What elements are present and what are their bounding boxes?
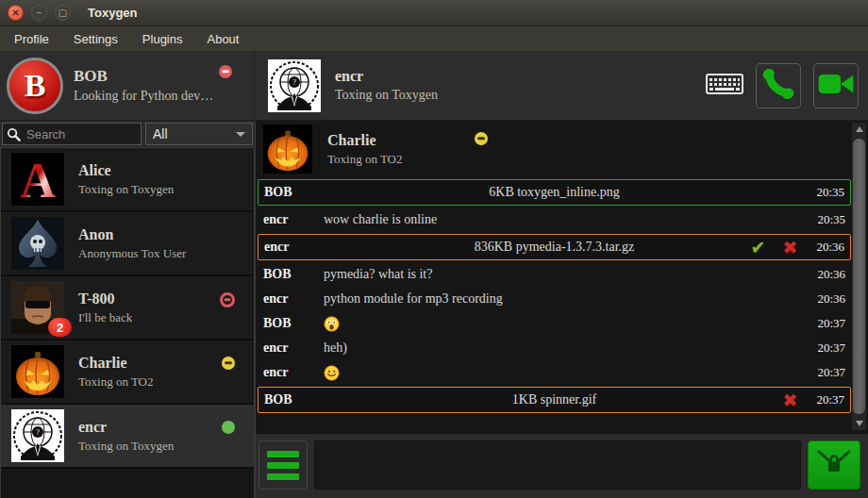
scroll-down-icon[interactable] <box>852 417 866 430</box>
menu-about[interactable]: About <box>194 26 251 51</box>
self-status-message: Looking for Python dev… <box>74 89 213 104</box>
video-camera-icon <box>817 69 855 103</box>
composer <box>256 434 868 498</box>
chat-message: encrheh)20:37 <box>256 336 868 360</box>
self-profile[interactable]: B BOB Looking for Python dev… <box>0 51 255 120</box>
message-sender: BOB <box>263 267 324 282</box>
contact-name: Alice <box>78 162 174 179</box>
file-transfer-message[interactable]: encr836KB pymedia-1.3.7.3.tar.gz✔✖20:36 <box>258 234 851 260</box>
chat-message: encr 20:37 <box>256 360 868 385</box>
message-time: 20:37 <box>817 365 845 380</box>
toxygen-window: ✕ − ▢ Toxygen ProfileSettingsPluginsAbou… <box>0 0 868 498</box>
chat-message: BOBpymedia? what is it?20:36 <box>256 262 868 287</box>
search-input[interactable] <box>25 126 137 142</box>
chat-message: encrpython module for mp3 recording20:36 <box>256 287 868 311</box>
attachment-menu-button[interactable] <box>259 440 308 490</box>
chat-panel: Charlie Toxing on TO2 BOB6KB toxygen_inl… <box>255 121 868 498</box>
file-transfer-actions: ✔✖ <box>751 239 798 257</box>
send-encrypted-icon <box>814 447 854 483</box>
menu-plugins[interactable]: Plugins <box>130 26 195 51</box>
pumpkin-avatar <box>11 345 64 398</box>
message-text: pymedia? what is it? <box>324 267 432 282</box>
contact-status-message: Toxing on Toxygen <box>78 439 174 454</box>
peer-status-message: Toxing on Toxygen <box>335 88 438 103</box>
message-text: wow charlie is online <box>324 212 437 227</box>
search-box <box>2 123 142 145</box>
contact-name: Anon <box>78 226 186 243</box>
sidebar: All A AliceToxing on Toxygen AnonAnonymo… <box>0 121 255 498</box>
minimize-icon[interactable]: − <box>31 5 47 21</box>
keyboard-icon[interactable] <box>706 71 743 101</box>
contact-status-message: Anonymous Tox User <box>78 246 186 261</box>
message-text: python module for mp3 recording <box>324 291 503 307</box>
contact-list: A AliceToxing on Toxygen AnonAnonymous T… <box>0 147 255 498</box>
peer-status-banner: Charlie Toxing on TO2 <box>256 121 868 177</box>
message-text: heh) <box>324 340 347 356</box>
away-status-icon <box>222 357 235 370</box>
message-time: 20:37 <box>817 340 845 356</box>
peer-avatar: ? <box>268 59 321 112</box>
message-body <box>324 365 810 381</box>
header-actions <box>706 63 868 108</box>
decline-file-icon[interactable]: ✖ <box>782 391 797 409</box>
away-status-icon <box>475 132 488 145</box>
busy-status-icon <box>219 65 232 78</box>
contact-filter-value: All <box>153 126 168 141</box>
svg-text:?: ? <box>292 78 296 87</box>
close-icon[interactable]: ✕ <box>8 5 24 21</box>
chat-message: encrwow charlie is online20:35 <box>256 208 868 232</box>
audio-call-button[interactable] <box>756 63 801 108</box>
contact-row-t-800[interactable]: T-800I'll be back2 <box>1 276 254 340</box>
message-input[interactable] <box>314 440 801 490</box>
message-sender: encr <box>263 365 324 380</box>
contact-row-anon[interactable]: AnonAnonymous Tox User <box>1 212 254 276</box>
unread-count-badge: 2 <box>48 318 72 337</box>
contact-name: Charlie <box>78 355 154 372</box>
chat-message: BOB 20:37 <box>256 311 868 336</box>
file-name-and-size: 6KB toxygen_inline.png <box>259 185 850 200</box>
file-transfer-actions: ✖ <box>782 391 797 409</box>
contact-status-message: Toxing on Toxygen <box>78 182 174 197</box>
chat-view: Charlie Toxing on TO2 BOB6KB toxygen_inl… <box>256 121 868 434</box>
shocked-emoji-icon <box>324 316 340 332</box>
anonymous-avatar: ? <box>11 409 64 462</box>
message-time: 20:35 <box>817 212 845 227</box>
contact-name: T-800 <box>78 290 132 307</box>
message-body: pymedia? what is it? <box>324 267 810 282</box>
letter-a-avatar: A <box>11 153 64 206</box>
contact-row-alice[interactable]: A AliceToxing on Toxygen <box>1 148 254 212</box>
maximize-icon[interactable]: ▢ <box>55 5 71 21</box>
message-sender: encr <box>263 291 324 307</box>
message-body: python module for mp3 recording <box>324 291 810 307</box>
send-button[interactable] <box>808 440 860 490</box>
peer-name: encr <box>335 68 438 85</box>
chat-scrollbar[interactable] <box>852 123 866 430</box>
decline-file-icon[interactable]: ✖ <box>782 239 797 257</box>
banner-status-message: Toxing on TO2 <box>327 152 403 167</box>
window-title: Toxygen <box>88 6 138 20</box>
contact-name: encr <box>78 419 174 436</box>
file-name-and-size: 1KB spinner.gif <box>259 392 850 407</box>
busy-ring-status-icon <box>220 292 235 307</box>
menu-settings[interactable]: Settings <box>61 26 130 51</box>
contact-filter-dropdown[interactable]: All <box>145 123 253 145</box>
accept-file-icon[interactable]: ✔ <box>751 239 766 257</box>
scrollbar-thumb[interactable] <box>853 139 865 414</box>
message-body: wow charlie is online <box>324 212 810 227</box>
chevron-down-icon <box>236 132 245 137</box>
svg-text:?: ? <box>36 428 40 437</box>
video-call-button[interactable] <box>813 63 859 108</box>
self-avatar: B <box>7 58 63 114</box>
contact-row-encr[interactable]: ? encrToxing on Toxygen <box>1 405 254 469</box>
scroll-up-icon[interactable] <box>852 123 866 136</box>
contact-status-message: I'll be back <box>78 310 132 325</box>
menubar: ProfileSettingsPluginsAbout <box>0 26 868 51</box>
banner-name: Charlie <box>327 132 403 149</box>
message-time: 20:37 <box>817 316 845 331</box>
message-body: heh) <box>324 340 810 356</box>
menu-profile[interactable]: Profile <box>2 26 61 51</box>
file-transfer-message[interactable]: BOB1KB spinner.gif✖20:37 <box>258 387 851 413</box>
file-transfer-message[interactable]: BOB6KB toxygen_inline.png20:35 <box>258 179 851 206</box>
contact-row-charlie[interactable]: CharlieToxing on TO2 <box>1 340 254 405</box>
online-status-icon <box>222 421 235 434</box>
